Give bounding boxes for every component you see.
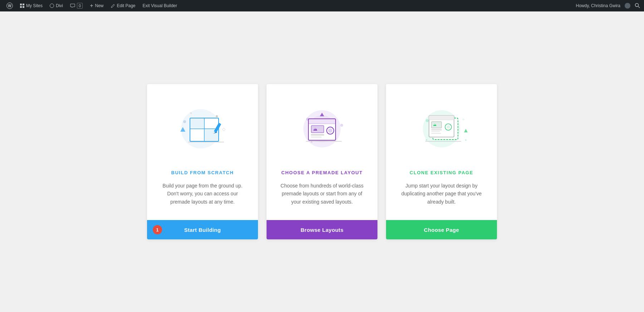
start-building-button[interactable]: 1 Start Building [147, 220, 258, 239]
card-scratch-title: BUILD FROM SCRATCH [171, 170, 234, 175]
howdy-label: Howdy, Christina Gwira [573, 0, 623, 11]
new-label: New [95, 3, 103, 8]
search-icon[interactable] [635, 3, 640, 9]
choose-page-label: Choose Page [424, 227, 459, 233]
svg-text:○: ○ [462, 117, 464, 121]
svg-rect-19 [191, 119, 204, 128]
badge-number: 1 [153, 225, 162, 234]
svg-text:⛰: ⛰ [433, 123, 436, 127]
svg-text:⛰: ⛰ [313, 127, 317, 132]
svg-rect-4 [20, 6, 22, 8]
svg-point-11 [183, 120, 186, 123]
my-sites-btn[interactable]: My Sites [17, 0, 45, 11]
edit-page-btn[interactable]: Edit Page [108, 0, 138, 11]
user-avatar [625, 3, 630, 9]
card-clone-footer: Choose Page [386, 220, 497, 239]
divi-label: Divi [56, 3, 63, 8]
card-premade-footer: Browse Layouts [267, 220, 377, 239]
exit-builder-btn[interactable]: Exit Visual Builder [140, 0, 180, 11]
admin-bar: W My Sites Divi 0 + New Edit Page Exit V… [0, 0, 644, 11]
svg-point-42 [426, 119, 429, 122]
svg-line-8 [638, 6, 640, 8]
svg-rect-49 [429, 116, 454, 120]
card-clone-title: CLONE EXISTING PAGE [410, 170, 473, 175]
card-scratch-body: ◇ × + [147, 84, 258, 220]
edit-page-label: Edit Page [117, 3, 136, 8]
svg-rect-5 [23, 6, 24, 8]
svg-point-6 [50, 4, 54, 8]
my-sites-label: My Sites [26, 3, 43, 8]
svg-point-39 [328, 128, 332, 133]
svg-point-28 [340, 124, 343, 127]
card-scratch: ◇ × + [147, 84, 258, 239]
svg-rect-3 [23, 4, 24, 5]
card-scratch-illustration: ◇ × + [170, 95, 235, 159]
card-premade-body: × · ⛰ [267, 84, 377, 220]
card-premade-illustration: × · ⛰ [290, 95, 354, 159]
browse-layouts-label: Browse Layouts [301, 227, 343, 233]
card-premade: × · ⛰ [267, 84, 377, 239]
card-scratch-description: Build your page from the ground up. Don'… [158, 182, 247, 206]
card-clone: ○ × + ⛰ [386, 84, 497, 239]
exit-builder-label: Exit Visual Builder [143, 3, 177, 8]
card-premade-title: CHOOSE A PREMADE LAYOUT [281, 170, 362, 175]
card-scratch-footer: 1 Start Building [147, 220, 258, 239]
start-building-label: Start Building [184, 227, 221, 233]
svg-point-57 [447, 125, 450, 129]
choose-page-button[interactable]: Choose Page [386, 220, 497, 239]
svg-text:W: W [8, 4, 11, 8]
card-premade-description: Choose from hundreds of world-class prem… [277, 182, 367, 206]
card-clone-illustration: ○ × + ⛰ [409, 95, 474, 159]
svg-text:◇: ◇ [222, 127, 226, 132]
comments-btn[interactable]: 0 [67, 0, 86, 11]
admin-bar-right: Howdy, Christina Gwira [573, 0, 640, 11]
svg-rect-2 [20, 4, 22, 5]
svg-text:×: × [190, 111, 192, 115]
divi-btn[interactable]: Divi [47, 0, 66, 11]
svg-text:+: + [465, 138, 467, 142]
card-clone-body: ○ × + ⛰ [386, 84, 497, 220]
svg-point-10 [216, 115, 218, 117]
new-btn[interactable]: + New [87, 0, 106, 11]
svg-point-7 [635, 4, 639, 7]
wp-logo-btn[interactable]: W [4, 0, 16, 11]
card-clone-description: Jump start your layout design by duplica… [397, 182, 486, 206]
svg-marker-44 [464, 129, 468, 132]
svg-rect-32 [308, 119, 336, 124]
cards-container: ◇ × + [107, 70, 537, 254]
browse-layouts-button[interactable]: Browse Layouts [267, 220, 377, 239]
page-background: ◇ × + [0, 0, 644, 312]
comments-count: 0 [77, 3, 83, 9]
